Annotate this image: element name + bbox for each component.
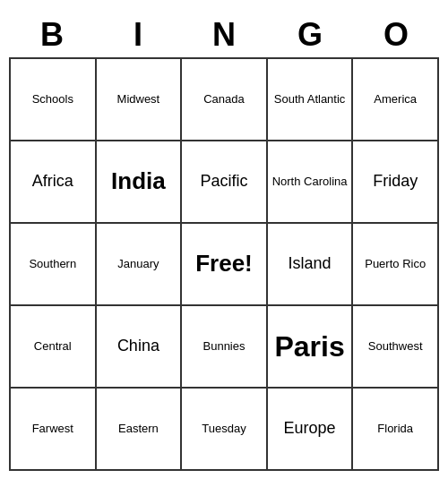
bingo-cell-text: India [111, 167, 166, 195]
bingo-cell-4-1: Eastern [97, 389, 183, 471]
bingo-cell-text: Paris [274, 329, 344, 363]
bingo-card: BINGO SchoolsMidwestCanadaSouth Atlantic… [9, 16, 439, 471]
bingo-cell-0-2: Canada [182, 59, 268, 141]
bingo-cell-text: Europe [284, 419, 336, 439]
bingo-cell-0-3: South Atlantic [268, 59, 354, 141]
bingo-cell-4-4: Florida [353, 389, 439, 471]
bingo-cell-text: Southern [29, 257, 76, 271]
bingo-cell-text: Bunnies [203, 339, 246, 354]
bingo-cell-3-2: Bunnies [182, 306, 268, 389]
bingo-cell-2-4: Puerto Rico [353, 224, 439, 306]
bingo-cell-text: Central [34, 339, 72, 354]
bingo-cell-text: Island [289, 254, 332, 274]
bingo-cell-0-0: Schools [11, 59, 97, 141]
bingo-cell-text: Africa [32, 172, 73, 192]
bingo-cell-2-0: Southern [11, 224, 97, 306]
bingo-cell-3-0: Central [11, 306, 97, 389]
bingo-title-letter: I [99, 16, 177, 54]
bingo-cell-3-3: Paris [268, 306, 354, 389]
bingo-cell-0-1: Midwest [97, 59, 183, 141]
bingo-cell-1-4: Friday [353, 141, 439, 224]
bingo-title-letter: N [185, 16, 263, 54]
bingo-cell-1-1: India [97, 141, 183, 224]
bingo-cell-3-1: China [97, 306, 183, 389]
bingo-title-letter: B [13, 16, 91, 54]
bingo-cell-text: Schools [32, 92, 73, 107]
bingo-cell-0-4: America [353, 59, 439, 141]
bingo-cell-2-3: Island [268, 224, 354, 306]
bingo-cell-text: Tuesday [202, 422, 246, 436]
bingo-cell-4-0: Farwest [11, 389, 97, 471]
bingo-title-letter: G [271, 16, 349, 54]
bingo-title: BINGO [9, 16, 439, 54]
bingo-cell-text: North Carolina [272, 175, 348, 189]
bingo-grid: SchoolsMidwestCanadaSouth AtlanticAmeric… [9, 57, 439, 471]
bingo-cell-4-3: Europe [268, 389, 354, 471]
bingo-cell-text: Canada [203, 92, 245, 107]
bingo-cell-text: Pacific [200, 172, 247, 192]
bingo-cell-text: Eastern [118, 422, 159, 436]
bingo-cell-text: Midwest [117, 92, 160, 107]
bingo-cell-text: South Atlantic [274, 92, 346, 107]
bingo-cell-4-2: Tuesday [182, 389, 268, 471]
bingo-cell-1-3: North Carolina [268, 141, 354, 224]
bingo-cell-text: America [374, 92, 417, 107]
bingo-cell-text: Florida [377, 422, 413, 436]
bingo-cell-text: Free! [195, 250, 253, 278]
bingo-cell-text: China [117, 337, 159, 356]
bingo-cell-text: Puerto Rico [365, 257, 426, 271]
bingo-cell-text: Southwest [368, 339, 423, 354]
bingo-cell-2-1: January [97, 224, 183, 306]
bingo-cell-2-2: Free! [182, 224, 268, 306]
bingo-cell-1-0: Africa [11, 141, 97, 224]
bingo-cell-text: January [117, 257, 159, 271]
bingo-cell-1-2: Pacific [182, 141, 268, 224]
bingo-cell-3-4: Southwest [353, 306, 439, 389]
bingo-title-letter: O [357, 16, 435, 54]
bingo-cell-text: Farwest [32, 422, 73, 436]
bingo-cell-text: Friday [373, 172, 418, 192]
